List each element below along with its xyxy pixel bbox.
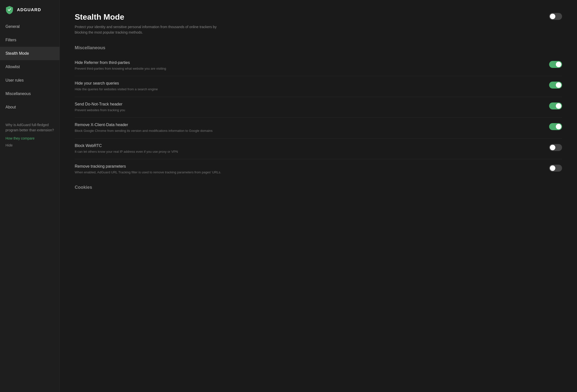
miscellaneous-section: Miscellaneous Hide Referrer from third-p… <box>75 45 562 180</box>
block-webrtc-text: Block WebRTC It can let others know your… <box>75 144 542 154</box>
block-webrtc-title: Block WebRTC <box>75 144 542 148</box>
sidebar-item-general[interactable]: General <box>0 20 60 33</box>
logo-text: ADGUARD <box>17 7 41 12</box>
remove-x-client-title: Remove X-Client-Data header <box>75 123 542 127</box>
sidebar-item-filters[interactable]: Filters <box>0 33 60 47</box>
logo-area: ADGUARD <box>0 0 60 20</box>
sidebar: ADGUARD General Filters Stealth Mode All… <box>0 0 60 392</box>
remove-tracking-params-toggle[interactable] <box>549 165 562 172</box>
hide-referrer-item: Hide Referrer from third-parties Prevent… <box>75 55 562 76</box>
block-webrtc-desc: It can let others know your real IP addr… <box>75 149 542 154</box>
block-webrtc-item: Block WebRTC It can let others know your… <box>75 139 562 159</box>
remove-tracking-params-desc: When enabled, AdGuard URL Tracking filte… <box>75 170 542 175</box>
adguard-logo-icon <box>5 5 14 14</box>
how-they-compare-link[interactable]: How they compare <box>0 135 60 142</box>
do-not-track-item: Send Do-Not-Track header Prevent website… <box>75 97 562 118</box>
sidebar-promo-text: Why is AdGuard full-fledged program bett… <box>0 116 60 135</box>
hide-referrer-toggle[interactable] <box>549 61 562 68</box>
hide-search-queries-desc: Hide the queries for websites visited fr… <box>75 87 542 92</box>
cookies-section: Cookies <box>75 185 562 190</box>
remove-x-client-text: Remove X-Client-Data header Block Google… <box>75 123 542 133</box>
remove-tracking-params-item: Remove tracking parameters When enabled,… <box>75 159 562 180</box>
main-content: Stealth Mode Protect your identity and s… <box>60 0 577 392</box>
sidebar-item-user-rules[interactable]: User rules <box>0 74 60 87</box>
stealth-mode-master-toggle-knob <box>550 14 555 19</box>
hide-search-queries-title: Hide your search queries <box>75 81 542 86</box>
hide-referrer-title: Hide Referrer from third-parties <box>75 60 542 65</box>
remove-x-client-toggle[interactable] <box>549 123 562 130</box>
miscellaneous-section-header: Miscellaneous <box>75 45 562 50</box>
stealth-mode-master-toggle[interactable] <box>549 13 562 20</box>
page-title: Stealth Mode <box>75 12 549 22</box>
do-not-track-text: Send Do-Not-Track header Prevent website… <box>75 102 542 113</box>
page-header: Stealth Mode Protect your identity and s… <box>75 12 562 35</box>
page-title-area: Stealth Mode Protect your identity and s… <box>75 12 549 35</box>
page-description: Protect your identity and sensitive pers… <box>75 24 224 35</box>
hide-search-queries-item: Hide your search queries Hide the querie… <box>75 76 562 97</box>
hide-search-queries-toggle[interactable] <box>549 82 562 89</box>
remove-tracking-params-title: Remove tracking parameters <box>75 164 542 169</box>
sidebar-item-allowlist[interactable]: Allowlist <box>0 60 60 74</box>
sidebar-item-miscellaneous[interactable]: Miscellaneous <box>0 87 60 100</box>
sidebar-hide-button[interactable]: Hide <box>0 142 60 152</box>
block-webrtc-toggle[interactable] <box>549 144 562 151</box>
sidebar-item-about[interactable]: About <box>0 100 60 114</box>
hide-search-queries-text: Hide your search queries Hide the querie… <box>75 81 542 92</box>
do-not-track-toggle[interactable] <box>549 102 562 109</box>
cookies-section-header: Cookies <box>75 185 562 190</box>
do-not-track-desc: Prevent websites from tracking you <box>75 108 542 113</box>
remove-x-client-item: Remove X-Client-Data header Block Google… <box>75 118 562 139</box>
hide-referrer-desc: Prevent third-parties from knowing what … <box>75 66 542 71</box>
hide-referrer-text: Hide Referrer from third-parties Prevent… <box>75 60 542 71</box>
remove-x-client-desc: Block Google Chrome from sending its ver… <box>75 128 542 133</box>
sidebar-nav: General Filters Stealth Mode Allowlist U… <box>0 20 60 114</box>
remove-tracking-params-text: Remove tracking parameters When enabled,… <box>75 164 542 175</box>
do-not-track-title: Send Do-Not-Track header <box>75 102 542 106</box>
sidebar-item-stealth-mode[interactable]: Stealth Mode <box>0 47 60 60</box>
